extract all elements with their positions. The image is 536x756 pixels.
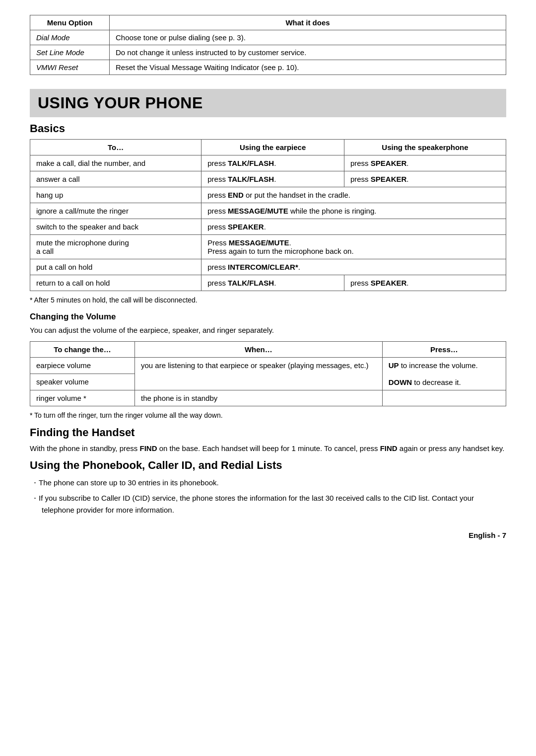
merged-cell: press END or put the handset in the crad… — [201, 187, 506, 203]
basics-table: To… Using the earpiece Using the speaker… — [30, 139, 506, 291]
volume-table: To change the… When… Press… earpiece vol… — [30, 341, 506, 406]
earpiece-cell: press TALK/FLASH. — [201, 275, 344, 291]
list-item: If you subscribe to Caller ID (CID) serv… — [34, 491, 506, 516]
to-cell: return to a call on hold — [30, 275, 201, 291]
change-cell: ringer volume * — [30, 390, 135, 406]
to-cell: put a call on hold — [30, 259, 201, 275]
table-row: ignore a call/mute the ringer press MESS… — [30, 203, 506, 219]
when-cell: the phone is in standby — [134, 390, 382, 406]
basics-col1-header: To… — [30, 140, 201, 155]
speaker-cell: press SPEAKER. — [344, 171, 506, 187]
to-cell: ignore a call/mute the ringer — [30, 203, 201, 219]
to-cell: switch to the speaker and back — [30, 219, 201, 235]
phonebook-heading: Using the Phonebook, Caller ID, and Redi… — [30, 459, 506, 472]
volume-col2-header: When… — [134, 341, 382, 357]
menu-option-cell: Dial Mode — [30, 30, 110, 45]
table-row: make a call, dial the number, and press … — [30, 155, 506, 171]
change-cell: earpiece volume — [30, 357, 135, 374]
basics-footnote: * After 5 minutes on hold, the call will… — [30, 296, 506, 304]
volume-col1-header: To change the… — [30, 341, 135, 357]
earpiece-cell: press TALK/FLASH. — [201, 171, 344, 187]
table-row: ringer volume * the phone is in standby — [30, 390, 506, 406]
merged-cell: press INTERCOM/CLEAR*. — [201, 259, 506, 275]
merged-cell: press SPEAKER. — [201, 219, 506, 235]
to-cell: mute the microphone duringa call — [30, 235, 201, 259]
speaker-cell: press SPEAKER. — [344, 155, 506, 171]
volume-col3-header: Press… — [382, 341, 506, 357]
to-cell: hang up — [30, 187, 201, 203]
basics-col3-header: Using the speakerphone — [344, 140, 506, 155]
menu-option-header: Menu Option — [30, 15, 110, 30]
menu-description-cell: Reset the Visual Message Waiting Indicat… — [110, 60, 506, 75]
finding-handset-heading: Finding the Handset — [30, 426, 506, 439]
change-cell: speaker volume — [30, 374, 135, 390]
phonebook-bullet-list: The phone can store up to 30 entries in … — [30, 476, 506, 516]
to-cell: answer a call — [30, 171, 201, 187]
when-cell: you are listening to that earpiece or sp… — [134, 357, 382, 390]
table-row: Dial Mode Choose tone or pulse dialing (… — [30, 30, 506, 45]
volume-heading: Changing the Volume — [30, 312, 506, 322]
basics-col2-header: Using the earpiece — [201, 140, 344, 155]
earpiece-cell: press TALK/FLASH. — [201, 155, 344, 171]
volume-footnote: * To turn off the ringer, turn the ringe… — [30, 411, 506, 419]
merged-cell: press MESSAGE/MUTE while the phone is ri… — [201, 203, 506, 219]
merged-cell: Press MESSAGE/MUTE.Press again to turn t… — [201, 235, 506, 259]
menu-option-cell: VMWI Reset — [30, 60, 110, 75]
table-row: VMWI Reset Reset the Visual Message Wait… — [30, 60, 506, 75]
section-title: USING YOUR PHONE — [30, 89, 506, 117]
basics-heading: Basics — [30, 122, 506, 135]
table-row: mute the microphone duringa call Press M… — [30, 235, 506, 259]
press-cell: UP to increase the volume.DOWN to decrea… — [382, 357, 506, 390]
press-cell — [382, 390, 506, 406]
page-footer: English - 7 — [30, 531, 506, 539]
table-row: answer a call press TALK/FLASH. press SP… — [30, 171, 506, 187]
table-row: hang up press END or put the handset in … — [30, 187, 506, 203]
to-cell: make a call, dial the number, and — [30, 155, 201, 171]
speaker-cell: press SPEAKER. — [344, 275, 506, 291]
table-row: earpiece volume you are listening to tha… — [30, 357, 506, 374]
menu-options-table: Menu Option What it does Dial Mode Choos… — [30, 15, 506, 75]
menu-description-cell: Do not change it unless instructed to by… — [110, 45, 506, 60]
what-it-does-header: What it does — [110, 15, 506, 30]
menu-option-cell: Set Line Mode — [30, 45, 110, 60]
table-row: Set Line Mode Do not change it unless in… — [30, 45, 506, 60]
menu-description-cell: Choose tone or pulse dialing (see p. 3). — [110, 30, 506, 45]
volume-intro: You can adjust the volume of the earpiec… — [30, 325, 506, 336]
finding-handset-text: With the phone in standby, press FIND on… — [30, 443, 506, 454]
table-row: return to a call on hold press TALK/FLAS… — [30, 275, 506, 291]
list-item: The phone can store up to 30 entries in … — [34, 476, 506, 489]
table-row: switch to the speaker and back press SPE… — [30, 219, 506, 235]
table-row: put a call on hold press INTERCOM/CLEAR*… — [30, 259, 506, 275]
